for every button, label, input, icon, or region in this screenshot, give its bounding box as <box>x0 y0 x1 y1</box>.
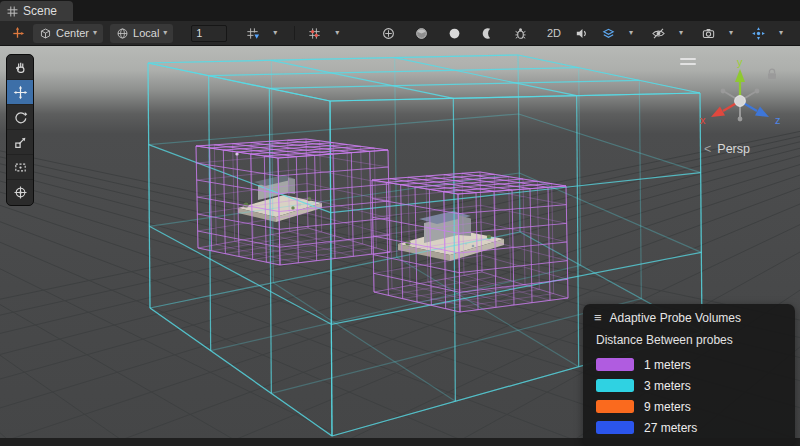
orientation-label: Local <box>133 27 159 39</box>
chevron-down-icon: ▾ <box>163 29 167 37</box>
x-axis-label: x <box>700 114 706 126</box>
legend-header[interactable]: ≡ Adaptive Probe Volumes <box>583 304 795 331</box>
chevron-down-icon: ▾ <box>629 29 633 37</box>
camera-group: ▾ <box>697 23 742 43</box>
night-mode-button[interactable] <box>476 23 498 43</box>
cube-icon <box>39 27 52 40</box>
chevron-down-icon: ▾ <box>335 29 339 37</box>
rect-tool-button[interactable] <box>7 155 33 180</box>
crosshair-circle-icon <box>381 26 396 41</box>
grid-icon <box>7 6 18 17</box>
2d-view-button[interactable]: 2D <box>543 23 565 43</box>
gizmos-toggle-button[interactable] <box>747 23 769 43</box>
axis-negative-handle[interactable] <box>755 89 760 94</box>
chevron-left-icon: < <box>704 142 711 156</box>
camera-dropdown[interactable]: ▾ <box>720 23 742 43</box>
y-axis-label: y <box>737 56 743 68</box>
legend-swatch <box>596 421 634 434</box>
light-circle-button[interactable] <box>443 23 465 43</box>
gizmos-dropdown[interactable]: ▾ <box>770 23 792 43</box>
scale-tool-button[interactable] <box>7 130 33 155</box>
axis-negative-handle[interactable] <box>721 89 726 94</box>
grid-snap-icon <box>245 26 260 41</box>
projection-label: Persp <box>717 142 750 156</box>
chevron-down-icon: ▾ <box>93 29 97 37</box>
unity-scene-view: Scene Center ▾ Local <box>0 0 800 446</box>
shaded-sphere-icon <box>414 26 429 41</box>
effects-toggle-button[interactable] <box>597 23 619 43</box>
rect-tool-icon <box>13 160 28 175</box>
view-hand-tool-button[interactable] <box>7 55 33 80</box>
visibility-group: ▾ <box>647 23 692 43</box>
pivot-mode-label: Center <box>56 27 89 39</box>
visibility-dropdown[interactable]: ▾ <box>670 23 692 43</box>
apv-legend-panel: ≡ Adaptive Probe Volumes Distance Betwee… <box>583 304 795 446</box>
scene-tab[interactable]: Scene <box>0 1 73 21</box>
crescent-moon-icon <box>480 26 495 41</box>
hand-icon <box>13 60 28 75</box>
legend-swatch <box>596 358 634 371</box>
move-tool-button[interactable] <box>7 80 33 105</box>
effects-dropdown[interactable]: ▾ <box>620 23 642 43</box>
orientation-dropdown[interactable]: Local ▾ <box>110 24 173 43</box>
lighting-toggle-button[interactable] <box>410 23 432 43</box>
tool-handle-icon <box>10 26 25 41</box>
legend-item: 3 meters <box>583 375 795 396</box>
layers-icon <box>601 26 616 41</box>
axis-negative-handle[interactable] <box>738 117 743 122</box>
eye-slash-icon <box>651 26 666 41</box>
legend-item: 9 meters <box>583 396 795 417</box>
legend-item-label: 1 meters <box>644 358 691 372</box>
chevron-down-icon: ▾ <box>273 29 277 37</box>
z-axis-handle[interactable] <box>755 107 769 117</box>
menu-icon[interactable]: ≡ <box>594 310 602 325</box>
chevron-down-icon: ▾ <box>779 29 783 37</box>
view-toggles-right: 2D ▾ <box>543 23 792 43</box>
pivot-mode-dropdown[interactable]: Center ▾ <box>33 24 103 43</box>
scene-viewport[interactable]: y x z < Persp ≡ Adaptive Probe Volumes D… <box>0 46 800 446</box>
x-axis-handle[interactable] <box>711 107 725 117</box>
scene-toolbar: Center ▾ Local ▾ ▾ <box>0 21 800 46</box>
2d-view-label: 2D <box>547 27 561 39</box>
y-axis-handle[interactable] <box>735 69 745 82</box>
debug-bug-button[interactable] <box>509 23 531 43</box>
bug-icon <box>513 26 528 41</box>
tools-overlay <box>6 54 34 206</box>
grid-snapping-dropdown[interactable]: ▾ <box>264 23 286 43</box>
active-tool-settings-button[interactable] <box>6 23 28 43</box>
move-icon <box>13 85 28 100</box>
grid-snapping-button[interactable] <box>241 23 263 43</box>
gizmo-center-handle[interactable] <box>735 96 746 107</box>
transform-icon <box>13 185 28 200</box>
effects-group: ▾ <box>597 23 642 43</box>
transform-tool-button[interactable] <box>7 180 33 205</box>
increment-snap-button[interactable] <box>303 23 325 43</box>
snap-increment-input[interactable] <box>191 25 227 42</box>
grid-snapping-group: ▾ <box>241 23 286 43</box>
rotate-tool-button[interactable] <box>7 105 33 130</box>
tab-bar: Scene <box>0 0 800 21</box>
increment-snap-dropdown[interactable]: ▾ <box>326 23 348 43</box>
audio-toggle-button[interactable] <box>570 23 592 43</box>
snap-increment-group: ▾ <box>303 23 348 43</box>
legend-title: Adaptive Probe Volumes <box>610 311 741 325</box>
chevron-down-icon: ▾ <box>679 29 683 37</box>
legend-item-label: 27 meters <box>644 421 697 435</box>
projection-toggle[interactable]: < Persp <box>704 142 750 156</box>
z-axis-label: z <box>775 114 781 126</box>
legend-subtitle: Distance Between probes <box>583 331 795 354</box>
draw-mode-button[interactable] <box>377 23 399 43</box>
legend-item-label: 9 meters <box>644 400 691 414</box>
legend-swatch <box>596 379 634 392</box>
rotate-icon <box>13 110 28 125</box>
scene-tab-label: Scene <box>23 4 57 18</box>
speaker-icon <box>574 26 589 41</box>
scene-visibility-button[interactable] <box>647 23 669 43</box>
filled-circle-icon <box>447 26 462 41</box>
legend-item-label: 3 meters <box>644 379 691 393</box>
scene-camera-button[interactable] <box>697 23 719 43</box>
chevron-down-icon: ▾ <box>729 29 733 37</box>
gizmos-group: ▾ <box>747 23 792 43</box>
legend-item: 27 meters <box>583 417 795 438</box>
gizmo-lock-icon[interactable] <box>766 68 778 81</box>
